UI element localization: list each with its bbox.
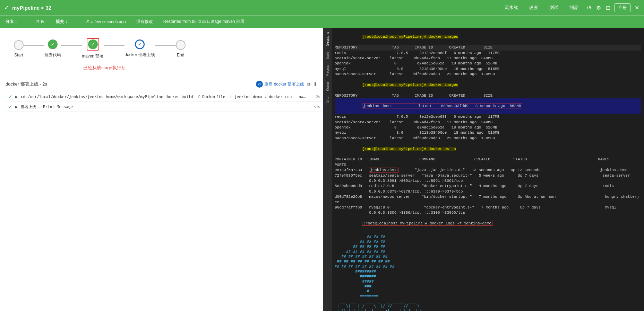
restart-item: Restarted from build #31, stage maven 部署 <box>163 19 244 25</box>
stage-docker-circle: ✓ <box>135 39 145 49</box>
stage-end: End <box>176 40 186 57</box>
register-button[interactable]: 注册 <box>615 3 630 12</box>
rebuild-label: 重启 docker 部署上线 <box>264 81 304 87</box>
connector-3 <box>155 45 176 46</box>
stage-end-circle <box>176 40 186 50</box>
term-row-jenkins: jenkins-demo latest 889eea33fdd9 8 secon… <box>335 98 641 114</box>
stage-maven-box: ✓ <box>87 38 99 51</box>
branch-label: 分支： <box>6 19 18 25</box>
term-row: 72fef98075ec seataio/seata-server "java … <box>335 173 641 178</box>
status-item: 没有修改 <box>136 19 153 25</box>
build-output-actions: ↺ 重启 docker 部署上线 ⧉ ⬇ <box>256 81 323 88</box>
right-content: Sessions Tools Macros Koma Sftp [root@lo… <box>323 28 644 311</box>
build-step: ✓ ▶ cd /usr/local/docker/jenkins/jenkins… <box>6 92 323 102</box>
build-output-title: docker 部署上线 - 2s <box>6 81 256 87</box>
term-table1-header: REPOSITORY TAG IMAGE ID CREATED SIZE <box>335 45 641 50</box>
rebuild-icon: ↺ <box>256 81 263 88</box>
term-row: 0.0.0.0:6379->6379/tcp, :::6379->6379/tc… <box>335 189 641 194</box>
term-row: redis 7.0.5 3e12e2ceb68f 6 months ago 11… <box>335 51 641 56</box>
nav-test[interactable]: 测试 <box>544 3 563 12</box>
nav-artifact[interactable]: 制品 <box>565 3 583 12</box>
stage-docker-label: docker 部署上线 <box>124 52 155 58</box>
term-line-1: [root@localhost myPipeline]# docker imag… <box>335 29 641 45</box>
step-check-icon: ✓ <box>8 94 12 99</box>
term-prompt-3: [root@localhost myPipeline]# docker ps -… <box>362 147 456 151</box>
step-text: 部署上线 — Print Message <box>21 104 307 109</box>
close-icon[interactable]: ✕ <box>634 4 640 12</box>
build-step: ✓ ▶ 部署上线 — Print Message <1s <box>6 102 323 112</box>
step-expand-icon[interactable]: ▶ <box>15 105 18 109</box>
download-icon[interactable]: ⬇ <box>313 81 317 87</box>
duration-item: ⏱ 6s <box>35 19 45 24</box>
term-table3-header: CONTAINER ID IMAGE COMMAND CREATED STATU… <box>335 157 641 162</box>
pipeline-note: 已经从该stage执行后 <box>83 65 309 71</box>
reload-icon[interactable]: ↺ <box>586 4 592 12</box>
stage-start-label: Start <box>14 53 23 57</box>
rebuild-button[interactable]: ↺ 重启 docker 部署上线 <box>256 81 304 88</box>
term-row: redis 7.0.5 3e12e2ceb68f 6 months ago 11… <box>335 114 641 119</box>
header-left: ✓ myPipeline < 32 <box>4 4 500 11</box>
stage-start-circle <box>14 40 24 50</box>
term-line-4: [root@localhost myPipeline]# docker logs… <box>335 216 641 232</box>
sidebar: Sessions Tools Macros Koma Sftp <box>323 28 332 311</box>
term-row: nacos/nacos-server latest bdf60dc2ada3 2… <box>335 136 641 141</box>
sidebar-tab-tools[interactable]: Tools <box>325 50 330 61</box>
app-header: ✓ myPipeline < 32 流水线 改变 测试 制品 ↺ ⚙ ⊡ 注册 … <box>0 0 644 15</box>
commit-value: — <box>71 19 75 24</box>
stage-pull-label: 拉去代码 <box>44 52 61 58</box>
connector-2 <box>104 45 124 46</box>
term-line-2: [root@localhost myPipeline]# docker imag… <box>335 77 641 93</box>
term-row: 0.0.0.0:8091->8091/tcp, :::8091->8091/tc… <box>335 178 641 184</box>
pipeline-title: myPipeline < 32 <box>12 5 51 11</box>
connector-1 <box>61 45 82 46</box>
stage-start: Start <box>14 40 24 57</box>
term-prompt-4: [root@localhost myPipeline]# docker logs… <box>362 221 492 226</box>
sidebar-tab-sessions[interactable]: Sessions <box>325 30 330 47</box>
time-value: a few seconds ago <box>91 19 126 24</box>
term-row: 5e20cbee6cd9 redis:7.0.5 "docker-entrypo… <box>335 184 641 189</box>
window-icon[interactable]: ⊡ <box>605 4 611 12</box>
docker-art-line1: ## ## ## ## ## ## ## ## ## ## ## ## ## #… <box>335 234 641 311</box>
sidebar-tab-sftp[interactable]: Sftp <box>325 95 330 104</box>
check-icon: ✓ <box>4 4 9 11</box>
connector-0 <box>24 45 44 46</box>
time-icon: ⏱ <box>86 19 90 24</box>
duration-icon: ⏱ <box>35 19 40 24</box>
branch-value: — <box>21 19 25 24</box>
stage-end-label: End <box>177 53 184 57</box>
settings-icon[interactable]: ⚙ <box>595 4 602 12</box>
step-time: 2s <box>310 95 320 99</box>
build-output-header: docker 部署上线 - 2s ↺ 重启 docker 部署上线 ⧉ ⬇ <box>6 78 323 90</box>
step-time: <1s <box>310 105 320 109</box>
term-row: seataio/seata-server latest 3d094d47f5eb… <box>335 120 641 125</box>
term-row: nacos/nacos-server latest bdf60dc2ada3 2… <box>335 72 641 77</box>
left-panel: Start ✓ 拉去代码 ✓ maven 部署 <box>0 28 323 311</box>
main-content: Start ✓ 拉去代码 ✓ maven 部署 <box>0 28 644 311</box>
nav-pipeline[interactable]: 流水线 <box>500 3 523 12</box>
terminal-panel[interactable]: [root@localhost myPipeline]# docker imag… <box>332 28 644 311</box>
stage-docker: ✓ docker 部署上线 <box>124 39 155 58</box>
step-check-icon: ✓ <box>8 104 12 109</box>
term-row: PORTS <box>335 162 641 168</box>
nav-changes[interactable]: 改变 <box>524 3 543 12</box>
term-row: openjdk 8 e24ac15e052e 18 months ago 526… <box>335 61 641 66</box>
term-prompt-2: [root@localhost myPipeline]# docker imag… <box>362 83 458 87</box>
open-external-icon[interactable]: ⧉ <box>307 81 310 87</box>
time-item: ⏱ a few seconds ago <box>86 19 126 24</box>
subheader: 分支： — ⏱ 6s 提交： — ⏱ a few seconds ago 没有修… <box>0 15 644 28</box>
term-row: d00d782e29b8 nacos/nacos-server "bin/doc… <box>335 194 641 205</box>
commit-item: 提交： — <box>56 19 75 25</box>
term-line-3: [root@localhost myPipeline]# docker ps -… <box>335 141 641 157</box>
status-text: 没有修改 <box>136 19 153 25</box>
duration-value: 6s <box>41 19 45 24</box>
step-expand-icon[interactable]: ▶ <box>15 95 18 99</box>
build-output: docker 部署上线 - 2s ↺ 重启 docker 部署上线 ⧉ ⬇ ✓ … <box>0 78 323 311</box>
commit-label: 提交： <box>56 19 68 25</box>
term-table2-header: REPOSITORY TAG IMAGE ID CREATED SIZE <box>335 93 641 98</box>
stage-pull-circle: ✓ <box>48 39 58 49</box>
sidebar-tab-koma[interactable]: Koma <box>325 81 330 92</box>
build-steps: ✓ ▶ cd /usr/local/docker/jenkins/jenkins… <box>6 90 323 113</box>
sidebar-tab-macros[interactable]: Macros <box>325 64 330 78</box>
term-row: mysql 8.0 3218b38490ce 18 months ago 516… <box>335 66 641 72</box>
docker-ascii-logo: ## ## ## ## ## ## ## ## ## ## ## ## ## #… <box>335 232 641 311</box>
